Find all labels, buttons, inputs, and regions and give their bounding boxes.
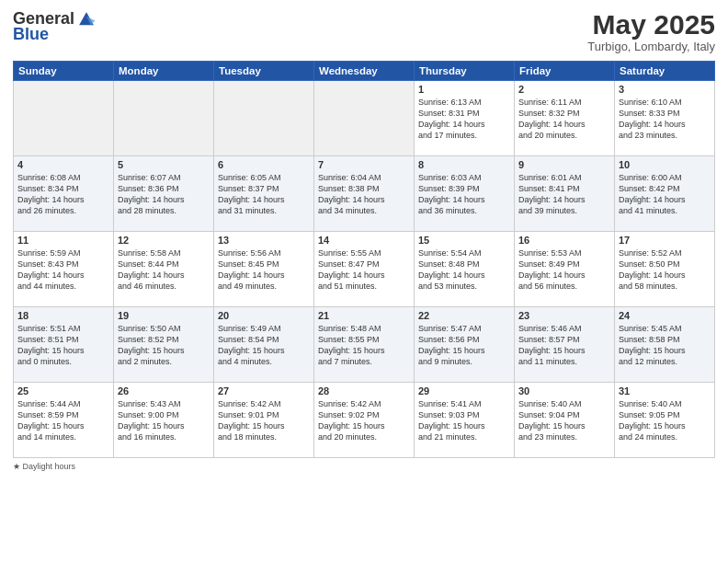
day-number: 13 bbox=[218, 235, 310, 246]
calendar-cell: 12Sunrise: 5:58 AM Sunset: 8:44 PM Dayli… bbox=[114, 232, 214, 307]
day-number: 29 bbox=[418, 385, 510, 396]
column-header-saturday: Saturday bbox=[615, 62, 715, 81]
day-info: Sunrise: 6:04 AM Sunset: 8:38 PM Dayligh… bbox=[318, 172, 410, 217]
day-info: Sunrise: 5:50 AM Sunset: 8:52 PM Dayligh… bbox=[118, 323, 210, 368]
column-header-monday: Monday bbox=[114, 62, 214, 81]
calendar-cell: 22Sunrise: 5:47 AM Sunset: 8:56 PM Dayli… bbox=[415, 307, 515, 383]
calendar-week-2: 4Sunrise: 6:08 AM Sunset: 8:34 PM Daylig… bbox=[14, 156, 715, 232]
logo: General Blue bbox=[13, 9, 97, 44]
calendar-cell: 15Sunrise: 5:54 AM Sunset: 8:48 PM Dayli… bbox=[415, 232, 515, 307]
day-info: Sunrise: 5:51 AM Sunset: 8:51 PM Dayligh… bbox=[17, 323, 109, 368]
day-number: 11 bbox=[17, 235, 109, 246]
day-number: 22 bbox=[418, 310, 510, 321]
day-info: Sunrise: 5:46 AM Sunset: 8:57 PM Dayligh… bbox=[518, 323, 610, 368]
day-number: 19 bbox=[118, 310, 210, 321]
calendar-cell: 20Sunrise: 5:49 AM Sunset: 8:54 PM Dayli… bbox=[214, 307, 314, 383]
column-header-friday: Friday bbox=[515, 62, 615, 81]
calendar-cell: 18Sunrise: 5:51 AM Sunset: 8:51 PM Dayli… bbox=[14, 307, 114, 383]
column-header-thursday: Thursday bbox=[415, 62, 515, 81]
day-info: Sunrise: 5:43 AM Sunset: 9:00 PM Dayligh… bbox=[118, 398, 210, 443]
page: General Blue May 2025 Turbigo, Lombardy,… bbox=[0, 0, 728, 563]
day-info: Sunrise: 5:42 AM Sunset: 9:01 PM Dayligh… bbox=[218, 398, 310, 443]
location: Turbigo, Lombardy, Italy bbox=[587, 40, 715, 53]
day-info: Sunrise: 5:55 AM Sunset: 8:47 PM Dayligh… bbox=[318, 247, 410, 293]
footer: ★ Daylight hours bbox=[13, 462, 715, 471]
calendar: SundayMondayTuesdayWednesdayThursdayFrid… bbox=[13, 61, 715, 458]
calendar-week-4: 18Sunrise: 5:51 AM Sunset: 8:51 PM Dayli… bbox=[14, 307, 715, 383]
day-number: 23 bbox=[518, 310, 610, 321]
calendar-cell: 17Sunrise: 5:52 AM Sunset: 8:50 PM Dayli… bbox=[615, 232, 715, 307]
calendar-cell: 24Sunrise: 5:45 AM Sunset: 8:58 PM Dayli… bbox=[615, 307, 715, 383]
day-info: Sunrise: 6:13 AM Sunset: 8:31 PM Dayligh… bbox=[418, 97, 510, 142]
calendar-header-row: SundayMondayTuesdayWednesdayThursdayFrid… bbox=[14, 62, 715, 81]
day-info: Sunrise: 5:52 AM Sunset: 8:50 PM Dayligh… bbox=[619, 247, 711, 293]
day-number: 9 bbox=[518, 159, 610, 170]
day-number: 10 bbox=[619, 159, 711, 170]
column-header-sunday: Sunday bbox=[14, 62, 114, 81]
calendar-cell: 6Sunrise: 6:05 AM Sunset: 8:37 PM Daylig… bbox=[214, 156, 314, 232]
day-info: Sunrise: 5:40 AM Sunset: 9:04 PM Dayligh… bbox=[518, 398, 610, 443]
day-number: 16 bbox=[518, 235, 610, 246]
calendar-cell: 4Sunrise: 6:08 AM Sunset: 8:34 PM Daylig… bbox=[14, 156, 114, 232]
day-number: 18 bbox=[17, 310, 109, 321]
day-info: Sunrise: 6:08 AM Sunset: 8:34 PM Dayligh… bbox=[17, 172, 109, 217]
day-info: Sunrise: 5:40 AM Sunset: 9:05 PM Dayligh… bbox=[619, 398, 711, 443]
day-info: Sunrise: 6:03 AM Sunset: 8:39 PM Dayligh… bbox=[418, 172, 510, 217]
calendar-cell: 27Sunrise: 5:42 AM Sunset: 9:01 PM Dayli… bbox=[214, 383, 314, 458]
calendar-cell: 3Sunrise: 6:10 AM Sunset: 8:33 PM Daylig… bbox=[615, 81, 715, 156]
day-info: Sunrise: 5:54 AM Sunset: 8:48 PM Dayligh… bbox=[418, 247, 510, 293]
calendar-cell: 7Sunrise: 6:04 AM Sunset: 8:38 PM Daylig… bbox=[314, 156, 415, 232]
day-info: Sunrise: 5:53 AM Sunset: 8:49 PM Dayligh… bbox=[518, 247, 610, 293]
calendar-cell: 26Sunrise: 5:43 AM Sunset: 9:00 PM Dayli… bbox=[114, 383, 214, 458]
calendar-cell bbox=[14, 81, 114, 156]
day-info: Sunrise: 5:45 AM Sunset: 8:58 PM Dayligh… bbox=[619, 323, 711, 368]
calendar-cell: 30Sunrise: 5:40 AM Sunset: 9:04 PM Dayli… bbox=[515, 383, 615, 458]
day-info: Sunrise: 5:41 AM Sunset: 9:03 PM Dayligh… bbox=[418, 398, 510, 443]
day-number: 20 bbox=[218, 310, 310, 321]
day-number: 27 bbox=[218, 385, 310, 396]
day-info: Sunrise: 5:56 AM Sunset: 8:45 PM Dayligh… bbox=[218, 247, 310, 293]
day-number: 1 bbox=[418, 84, 510, 95]
calendar-cell: 13Sunrise: 5:56 AM Sunset: 8:45 PM Dayli… bbox=[214, 232, 314, 307]
day-number: 24 bbox=[619, 310, 711, 321]
day-number: 31 bbox=[619, 385, 711, 396]
calendar-cell: 1Sunrise: 6:13 AM Sunset: 8:31 PM Daylig… bbox=[415, 81, 515, 156]
calendar-cell: 14Sunrise: 5:55 AM Sunset: 8:47 PM Dayli… bbox=[314, 232, 415, 307]
calendar-cell: 29Sunrise: 5:41 AM Sunset: 9:03 PM Dayli… bbox=[415, 383, 515, 458]
calendar-cell: 25Sunrise: 5:44 AM Sunset: 8:59 PM Dayli… bbox=[14, 383, 114, 458]
day-info: Sunrise: 6:07 AM Sunset: 8:36 PM Dayligh… bbox=[118, 172, 210, 217]
calendar-cell: 10Sunrise: 6:00 AM Sunset: 8:42 PM Dayli… bbox=[615, 156, 715, 232]
day-number: 8 bbox=[418, 159, 510, 170]
day-number: 7 bbox=[318, 159, 410, 170]
calendar-cell: 16Sunrise: 5:53 AM Sunset: 8:49 PM Dayli… bbox=[515, 232, 615, 307]
column-header-tuesday: Tuesday bbox=[214, 62, 314, 81]
calendar-cell: 23Sunrise: 5:46 AM Sunset: 8:57 PM Dayli… bbox=[515, 307, 615, 383]
calendar-cell: 31Sunrise: 5:40 AM Sunset: 9:05 PM Dayli… bbox=[615, 383, 715, 458]
day-info: Sunrise: 6:11 AM Sunset: 8:32 PM Dayligh… bbox=[518, 97, 610, 142]
month-title: May 2025 bbox=[587, 9, 715, 40]
title-block: May 2025 Turbigo, Lombardy, Italy bbox=[587, 9, 715, 53]
day-number: 28 bbox=[318, 385, 410, 396]
day-number: 25 bbox=[17, 385, 109, 396]
day-info: Sunrise: 5:44 AM Sunset: 8:59 PM Dayligh… bbox=[17, 398, 109, 443]
day-number: 3 bbox=[619, 84, 711, 95]
day-info: Sunrise: 5:59 AM Sunset: 8:43 PM Dayligh… bbox=[17, 247, 109, 293]
day-info: Sunrise: 5:49 AM Sunset: 8:54 PM Dayligh… bbox=[218, 323, 310, 368]
calendar-cell: 28Sunrise: 5:42 AM Sunset: 9:02 PM Dayli… bbox=[314, 383, 415, 458]
calendar-cell: 5Sunrise: 6:07 AM Sunset: 8:36 PM Daylig… bbox=[114, 156, 214, 232]
day-info: Sunrise: 5:42 AM Sunset: 9:02 PM Dayligh… bbox=[318, 398, 410, 443]
day-number: 15 bbox=[418, 235, 510, 246]
footer-label: Daylight hours bbox=[23, 462, 76, 471]
calendar-cell: 11Sunrise: 5:59 AM Sunset: 8:43 PM Dayli… bbox=[14, 232, 114, 307]
header: General Blue May 2025 Turbigo, Lombardy,… bbox=[13, 9, 715, 53]
calendar-cell bbox=[114, 81, 214, 156]
calendar-cell bbox=[314, 81, 415, 156]
calendar-cell: 2Sunrise: 6:11 AM Sunset: 8:32 PM Daylig… bbox=[515, 81, 615, 156]
logo-icon bbox=[76, 9, 97, 29]
day-number: 12 bbox=[118, 235, 210, 246]
calendar-cell: 8Sunrise: 6:03 AM Sunset: 8:39 PM Daylig… bbox=[415, 156, 515, 232]
column-header-wednesday: Wednesday bbox=[314, 62, 415, 81]
calendar-week-5: 25Sunrise: 5:44 AM Sunset: 8:59 PM Dayli… bbox=[14, 383, 715, 458]
day-number: 6 bbox=[218, 159, 310, 170]
day-number: 14 bbox=[318, 235, 410, 246]
